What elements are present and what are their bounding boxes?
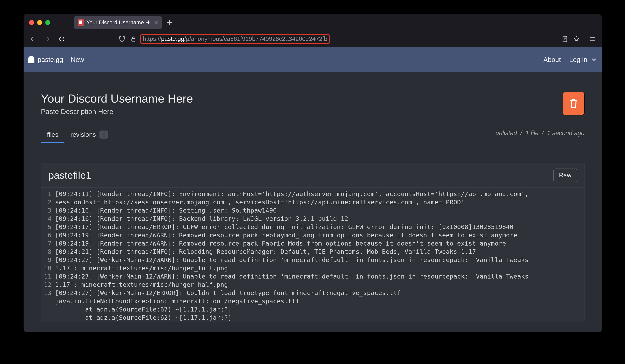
page-content: paste.gg New About Log in Your Discord U…: [24, 47, 602, 332]
line-number-gutter: 12345678910111213: [41, 190, 55, 322]
browser-tab[interactable]: Your Discord Username Here · p: [74, 16, 162, 29]
tab-revisions-label: revisions: [70, 131, 96, 138]
browser-titlebar: Your Discord Username Here · p: [24, 14, 602, 31]
code-line: [09:24:11] [Render thread/INFO]: Environ…: [55, 190, 529, 198]
revisions-count-badge: 1: [99, 131, 108, 139]
tab-files-label: files: [47, 131, 58, 138]
delete-paste-button[interactable]: [563, 92, 585, 115]
paste-tabs: files revisions 1 unlisted / 1 file / 1 …: [41, 127, 585, 143]
brand-text: paste.gg: [38, 56, 63, 63]
raw-button[interactable]: Raw: [553, 168, 577, 182]
window-close-button[interactable]: [29, 20, 34, 25]
meta-files: 1 file: [525, 130, 538, 137]
code-line: at adz.a(SourceFile:62) ~[1.17.1.jar:?]: [55, 313, 529, 322]
code-line: [09:24:16] [Render thread/INFO]: Setting…: [55, 206, 529, 215]
tab-revisions[interactable]: revisions 1: [64, 127, 114, 143]
reader-mode-button[interactable]: [560, 35, 569, 43]
arrow-left-icon: [30, 36, 36, 42]
line-number: 9: [44, 256, 51, 264]
code-line: [09:24:17] [Render thread/ERROR]: GLFW e…: [55, 223, 529, 231]
code-line: 1.17': minecraft:textures/misc/hunger_ha…: [55, 280, 529, 289]
brand-link[interactable]: paste.gg: [28, 56, 63, 63]
tracking-protection-button[interactable]: [118, 35, 126, 43]
code-line: [09:24:27] [Worker-Main-12/WARN]: Unable…: [55, 272, 529, 280]
paste-title: Your Discord Username Here: [41, 92, 193, 105]
line-number: 1: [44, 190, 51, 198]
reload-icon: [59, 36, 65, 42]
bookmark-button[interactable]: [572, 35, 581, 43]
close-icon: [154, 20, 158, 25]
line-number: 2: [44, 198, 51, 206]
lock-icon: [130, 36, 136, 42]
tab-files[interactable]: files: [41, 127, 64, 143]
browser-window: Your Discord Username Here · p: [24, 14, 602, 332]
nav-login-label: Log in: [569, 56, 587, 63]
line-number: 11: [44, 272, 51, 280]
paste-meta: unlisted / 1 file / 1 second ago: [496, 130, 585, 140]
paste-header: Your Discord Username Here Paste Descrip…: [41, 92, 585, 116]
url-path: /p/anonymous/ca561f919b7749928c2a34200e2…: [184, 35, 327, 42]
code-line: sessionHost='https://sessionserver.mojan…: [55, 198, 529, 206]
code-line: java.io.FileNotFoundException: minecraft…: [55, 297, 529, 305]
line-number: 6: [44, 231, 51, 239]
back-button[interactable]: [28, 34, 38, 44]
code-line: [09:24:19] [Render thread/WARN]: Removed…: [55, 231, 529, 239]
nav-new-link[interactable]: New: [71, 56, 84, 63]
shield-icon: [119, 35, 125, 43]
star-icon: [573, 36, 580, 42]
navbar-right: About Log in: [543, 56, 597, 63]
url-host: paste.gg: [161, 35, 184, 42]
nav-login-dropdown[interactable]: Log in: [569, 56, 597, 63]
code-line: [09:24:19] [Render thread/WARN]: Removed…: [55, 239, 529, 248]
line-number: 8: [44, 248, 51, 256]
tab-title-main: Your Discord Username Here: [86, 20, 150, 26]
trash-icon: [569, 98, 578, 109]
code-line: [09:24:16] [Render thread/INFO]: Backend…: [55, 215, 529, 223]
line-number: 5: [44, 223, 51, 231]
hamburger-icon: [590, 36, 595, 42]
meta-sep-1: /: [520, 130, 522, 137]
code-line: [09:24:27] [Worker-Main-12/ERROR]: Could…: [55, 289, 529, 297]
reload-button[interactable]: [57, 34, 67, 44]
file-name: pastefile1: [48, 169, 92, 181]
meta-age: 1 second ago: [547, 130, 585, 137]
code-block[interactable]: 12345678910111213 [09:24:11] [Render thr…: [41, 188, 584, 322]
meta-visibility: unlisted: [496, 130, 517, 137]
file-card: pastefile1 Raw 12345678910111213 [09:24:…: [41, 163, 585, 322]
app-menu-button[interactable]: [587, 34, 598, 44]
line-number: 7: [44, 239, 51, 248]
browser-toolbar: https://paste.gg/p/anonymous/ca561f919b7…: [24, 31, 602, 47]
url-bar[interactable]: https://paste.gg/p/anonymous/ca561f919b7…: [117, 33, 583, 45]
url-scheme: https://: [143, 35, 161, 42]
paste-description: Paste Description Here: [41, 108, 193, 116]
code-line: at adn.a(SourceFile:67) ~[1.17.1.jar:?]: [55, 305, 529, 313]
chevron-down-icon: [591, 57, 597, 63]
line-number: 13: [44, 289, 51, 297]
window-zoom-button[interactable]: [45, 20, 50, 25]
site-identity-button[interactable]: [129, 35, 137, 43]
svg-rect-0: [132, 39, 135, 41]
tab-favicon-icon: [78, 19, 84, 26]
line-number: 10: [44, 264, 51, 272]
new-tab-button[interactable]: [162, 16, 176, 29]
meta-sep-2: /: [542, 130, 544, 137]
clipboard-icon: [28, 56, 34, 63]
nav-about-link[interactable]: About: [543, 56, 561, 63]
window-minimize-button[interactable]: [37, 20, 42, 25]
site-navbar: paste.gg New About Log in: [24, 47, 602, 72]
line-number: 3: [44, 206, 51, 215]
line-number: 4: [44, 215, 51, 223]
plus-icon: [166, 20, 172, 26]
page-body: Your Discord Username Here Paste Descrip…: [24, 72, 602, 322]
forward-button[interactable]: [42, 34, 53, 44]
tab-close-button[interactable]: [153, 20, 159, 25]
code-lines: [09:24:11] [Render thread/INFO]: Environ…: [55, 190, 532, 322]
code-line: 1.17': minecraft:textures/misc/hunger_fu…: [55, 264, 529, 272]
page-icon: [562, 36, 568, 42]
url-text[interactable]: https://paste.gg/p/anonymous/ca561f919b7…: [140, 34, 330, 44]
tab-title: Your Discord Username Here · p: [86, 20, 150, 26]
code-line: [09:24:27] [Worker-Main-12/WARN]: Unable…: [55, 256, 529, 264]
code-line: [09:24:21] [Render thread/INFO]: Reloadi…: [55, 248, 529, 256]
window-controls: [29, 20, 50, 25]
line-number: 12: [44, 280, 51, 289]
